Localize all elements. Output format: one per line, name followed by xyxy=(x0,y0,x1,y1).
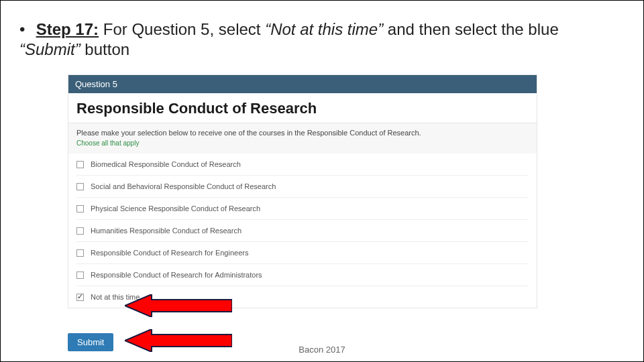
panel-title: Responsible Conduct of Research xyxy=(76,100,529,117)
panel-subtext: Please make your selection below to rece… xyxy=(76,129,529,137)
option-row[interactable]: Humanities Responsible Conduct of Resear… xyxy=(76,220,529,242)
option-row[interactable]: Responsible Conduct of Research for Engi… xyxy=(76,242,529,264)
checkbox[interactable] xyxy=(76,272,84,279)
option-label: Responsible Conduct of Research for Admi… xyxy=(91,271,262,279)
checkbox[interactable] xyxy=(76,294,84,301)
panel-hint: Choose all that apply xyxy=(76,139,529,151)
panel-header: Question 5 xyxy=(68,75,537,93)
arrow-to-option xyxy=(125,294,232,317)
step-text-2: and then select the blue xyxy=(383,20,559,38)
option-row[interactable]: Social and Behavioral Responsible Conduc… xyxy=(76,176,529,198)
step-text-3: button xyxy=(80,40,129,58)
step-quote-2: “Submit” xyxy=(19,40,80,58)
option-row[interactable]: Biomedical Responsible Conduct of Resear… xyxy=(76,154,529,176)
svg-marker-0 xyxy=(125,294,232,317)
option-label: Humanities Responsible Conduct of Resear… xyxy=(91,227,241,235)
step-text-1: For Question 5, select xyxy=(99,20,265,38)
step-instruction: • Step 17: For Question 5, select “Not a… xyxy=(19,19,616,60)
option-row[interactable]: Responsible Conduct of Research for Admi… xyxy=(76,264,529,286)
checkbox[interactable] xyxy=(76,249,84,257)
panel-title-block: Responsible Conduct of Research xyxy=(68,93,537,123)
option-row[interactable]: Physical Science Responsible Conduct of … xyxy=(76,198,529,220)
checkbox[interactable] xyxy=(76,227,84,235)
checkbox[interactable] xyxy=(76,205,84,213)
footer-text: Bacon 2017 xyxy=(1,345,643,355)
option-label: Biomedical Responsible Conduct of Resear… xyxy=(91,160,241,168)
bullet: • xyxy=(19,19,32,40)
option-label: Responsible Conduct of Research for Engi… xyxy=(91,249,248,257)
panel-subtext-block: Please make your selection below to rece… xyxy=(68,123,537,154)
step-label: Step 17: xyxy=(36,20,99,38)
options-list: Biomedical Responsible Conduct of Resear… xyxy=(68,154,537,308)
checkbox[interactable] xyxy=(76,183,84,190)
checkbox[interactable] xyxy=(76,161,84,168)
option-label: Physical Science Responsible Conduct of … xyxy=(91,204,260,213)
slide: • Step 17: For Question 5, select “Not a… xyxy=(0,0,644,362)
step-quote-1: “Not at this time” xyxy=(265,20,383,38)
option-label: Social and Behavioral Responsible Conduc… xyxy=(91,182,276,190)
question-panel: Question 5 Responsible Conduct of Resear… xyxy=(68,74,537,308)
